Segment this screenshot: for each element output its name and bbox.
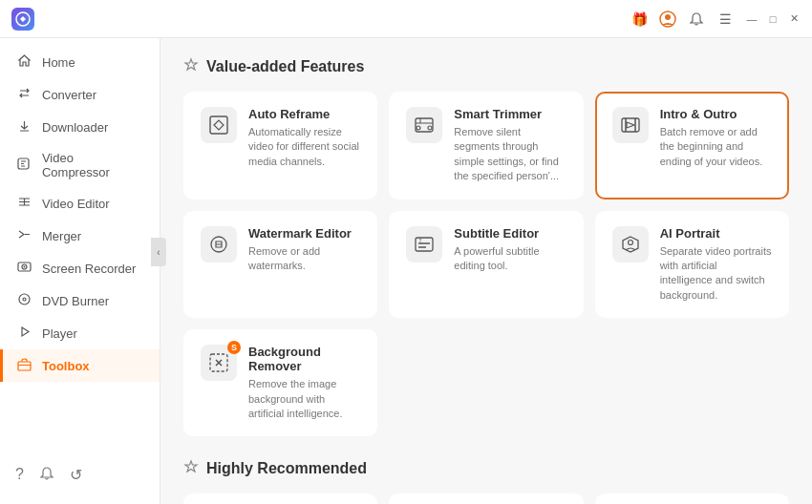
svg-rect-10 <box>210 116 227 134</box>
maximize-button[interactable]: □ <box>766 12 780 26</box>
feature-card-background-remover[interactable]: SBackground RemoverRemove the image back… <box>183 329 377 436</box>
feature-card-auto-reframe[interactable]: Auto ReframeAutomatically resize video f… <box>183 92 377 200</box>
feature-card-intro-outro[interactable]: Intro & OutroBatch remove or add the beg… <box>595 92 789 200</box>
sidebar-item-video-editor[interactable]: Video Editor <box>0 187 160 220</box>
sidebar-item-label: Home <box>42 55 75 70</box>
svg-point-12 <box>417 126 420 130</box>
feature-card-title: Intro & Outro <box>660 107 772 121</box>
notifications-icon[interactable] <box>39 466 54 485</box>
svg-point-8 <box>23 298 26 301</box>
sidebar-item-merger[interactable]: Merger <box>0 220 160 252</box>
sidebar-item-label: Video Compressor <box>42 151 144 179</box>
section-title: Highly Recommended <box>206 460 367 477</box>
feature-card-desc: Remove or add watermarks. <box>248 244 360 274</box>
feature-card-title: Subtitle Editor <box>454 226 566 241</box>
sidebar-bottom: ? ↺ <box>0 454 160 496</box>
features-grid: Auto ReframeAutomatically resize video f… <box>183 92 789 436</box>
sidebar-item-home[interactable]: Home <box>0 46 160 78</box>
feature-card-title: Smart Trimmer <box>454 107 566 121</box>
feature-card-smart-trimmer[interactable]: Smart TrimmerRemove silent segments thro… <box>389 92 583 200</box>
window-controls: — □ ✕ <box>745 12 801 26</box>
feature-card-title: Background Remover <box>248 345 360 373</box>
section-header: Highly Recommended <box>183 459 789 478</box>
subtitle-editor-icon: T <box>406 226 442 262</box>
collapse-sidebar-button[interactable]: ‹ <box>151 238 166 266</box>
main-layout: HomeConverterDownloaderVideo CompressorV… <box>0 38 812 504</box>
feature-card-gif-maker[interactable]: GIFGIF MakerMake GIF from videos or pict… <box>389 494 583 504</box>
feature-card-image-converter[interactable]: Image ConverterConvert images to other f… <box>183 494 377 504</box>
feature-card-ai-portrait[interactable]: AI PortraitSeparate video portraits with… <box>595 211 789 319</box>
feature-card-fix-media-metadata[interactable]: Fix Media MetadataAuto-fix and edit meta… <box>595 494 789 504</box>
sidebar-item-downloader[interactable]: Downloader <box>0 111 160 143</box>
sidebar-item-player[interactable]: Player <box>0 317 160 349</box>
user-icon[interactable] <box>659 10 676 28</box>
sidebar-item-label: Video Editor <box>42 197 110 211</box>
auto-reframe-icon <box>201 107 237 143</box>
sidebar-item-label: Toolbox <box>42 359 90 373</box>
gift-icon[interactable]: 🎁 <box>630 10 648 28</box>
sidebar-item-converter[interactable]: Converter <box>0 78 160 111</box>
feature-card-desc: Remove silent segments through simple se… <box>454 125 566 184</box>
feature-card-title: Watermark Editor <box>248 226 360 241</box>
converter-icon <box>15 86 32 103</box>
feature-card-desc: A powerful subtitle editing tool. <box>454 244 566 274</box>
titlebar-left <box>11 8 42 31</box>
sidebar: HomeConverterDownloaderVideo CompressorV… <box>0 38 160 504</box>
section-star-icon <box>183 459 199 478</box>
video-compressor-icon <box>15 157 32 174</box>
sidebar-item-dvd-burner[interactable]: DVD Burner <box>0 284 160 317</box>
dvd-burner-icon <box>15 292 32 309</box>
feature-card-desc: Batch remove or add the beginning and en… <box>660 125 772 169</box>
svg-point-7 <box>19 294 30 304</box>
features-grid: Image ConverterConvert images to other f… <box>183 494 789 504</box>
smart-trimmer-icon <box>406 107 442 143</box>
feature-card-desc: Separate video portraits with artificial… <box>660 244 772 304</box>
close-button[interactable]: ✕ <box>787 12 801 26</box>
bell-icon[interactable] <box>688 10 705 28</box>
titlebar-right: 🎁 ☰ — □ ✕ <box>630 10 801 28</box>
svg-point-18 <box>628 240 632 244</box>
titlebar: 🎁 ☰ — □ ✕ <box>0 0 812 38</box>
feature-card-title: Auto Reframe <box>248 107 360 121</box>
sidebar-item-label: Player <box>42 326 77 341</box>
sidebar-item-label: Merger <box>42 229 81 243</box>
downloader-icon <box>15 118 32 136</box>
new-badge: S <box>227 341 241 354</box>
section-highly-recommended: Highly RecommendedImage ConverterConvert… <box>183 459 789 504</box>
feature-card-watermark-editor[interactable]: Watermark EditorRemove or add watermarks… <box>183 211 377 319</box>
menu-icon[interactable]: ☰ <box>716 10 734 28</box>
sidebar-item-toolbox[interactable]: Toolbox <box>0 349 160 382</box>
sidebar-item-label: Downloader <box>42 120 108 135</box>
content-area: Value-added FeaturesAuto ReframeAutomati… <box>160 38 812 504</box>
ai-portrait-icon <box>612 226 649 262</box>
section-value-added: Value-added FeaturesAuto ReframeAutomati… <box>183 57 789 436</box>
minimize-button[interactable]: — <box>745 12 759 26</box>
feature-card-desc: Automatically resize video for different… <box>248 125 360 169</box>
toolbox-icon <box>15 357 32 374</box>
sidebar-item-label: DVD Burner <box>42 294 109 308</box>
merger-icon <box>15 227 32 244</box>
section-header: Value-added Features <box>183 57 789 76</box>
section-title: Value-added Features <box>206 58 364 75</box>
refresh-icon[interactable]: ↺ <box>70 466 82 485</box>
feature-card-title: AI Portrait <box>660 226 772 241</box>
sidebar-item-screen-recorder[interactable]: Screen Recorder <box>0 252 160 284</box>
svg-point-6 <box>23 266 25 268</box>
sidebar-item-label: Screen Recorder <box>42 262 136 276</box>
player-icon <box>15 325 32 342</box>
sidebar-item-video-compressor[interactable]: Video Compressor <box>0 143 160 187</box>
svg-text:T: T <box>419 238 422 243</box>
sidebar-item-label: Converter <box>42 88 96 102</box>
svg-rect-14 <box>622 118 639 132</box>
svg-point-2 <box>665 14 671 20</box>
help-icon[interactable]: ? <box>15 466 24 485</box>
section-star-icon <box>183 57 199 76</box>
feature-card-subtitle-editor[interactable]: TSubtitle EditorA powerful subtitle edit… <box>389 211 583 319</box>
intro-outro-icon <box>612 107 649 143</box>
feature-card-desc: Remove the image background with artific… <box>248 377 360 421</box>
home-icon <box>15 53 32 71</box>
svg-point-13 <box>428 126 432 130</box>
screen-recorder-icon <box>15 260 32 277</box>
svg-rect-9 <box>18 362 31 370</box>
app-logo <box>11 8 34 31</box>
